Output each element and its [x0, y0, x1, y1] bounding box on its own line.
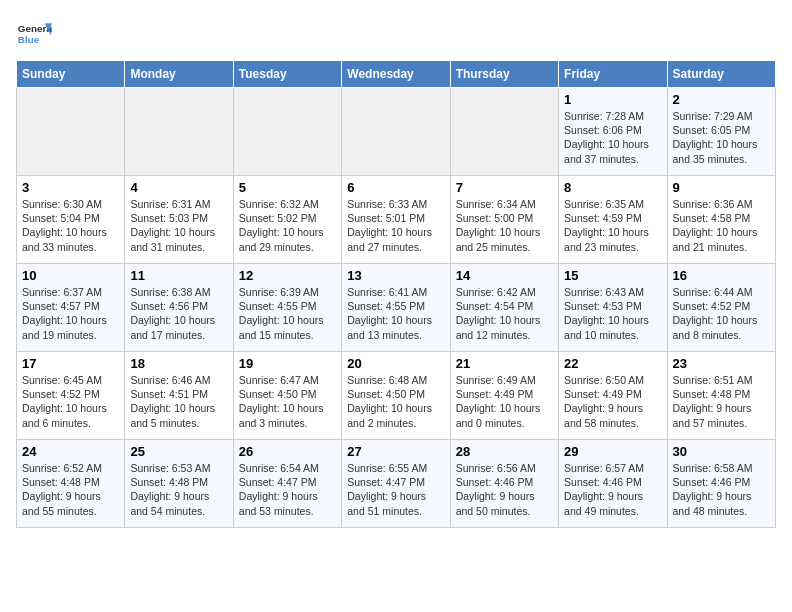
day-number: 17 — [22, 356, 119, 371]
day-number: 22 — [564, 356, 661, 371]
day-detail: Sunrise: 6:51 AM Sunset: 4:48 PM Dayligh… — [673, 373, 770, 430]
day-detail: Sunrise: 6:49 AM Sunset: 4:49 PM Dayligh… — [456, 373, 553, 430]
day-detail: Sunrise: 6:43 AM Sunset: 4:53 PM Dayligh… — [564, 285, 661, 342]
day-number: 24 — [22, 444, 119, 459]
day-number: 11 — [130, 268, 227, 283]
calendar-cell: 15Sunrise: 6:43 AM Sunset: 4:53 PM Dayli… — [559, 264, 667, 352]
day-detail: Sunrise: 6:57 AM Sunset: 4:46 PM Dayligh… — [564, 461, 661, 518]
calendar-cell: 9Sunrise: 6:36 AM Sunset: 4:58 PM Daylig… — [667, 176, 775, 264]
day-number: 30 — [673, 444, 770, 459]
calendar-table: SundayMondayTuesdayWednesdayThursdayFrid… — [16, 60, 776, 528]
day-number: 1 — [564, 92, 661, 107]
calendar-cell: 21Sunrise: 6:49 AM Sunset: 4:49 PM Dayli… — [450, 352, 558, 440]
day-of-week-sunday: Sunday — [17, 61, 125, 88]
calendar-cell: 16Sunrise: 6:44 AM Sunset: 4:52 PM Dayli… — [667, 264, 775, 352]
day-number: 7 — [456, 180, 553, 195]
day-number: 21 — [456, 356, 553, 371]
calendar-cell: 17Sunrise: 6:45 AM Sunset: 4:52 PM Dayli… — [17, 352, 125, 440]
calendar-cell: 20Sunrise: 6:48 AM Sunset: 4:50 PM Dayli… — [342, 352, 450, 440]
day-detail: Sunrise: 6:56 AM Sunset: 4:46 PM Dayligh… — [456, 461, 553, 518]
day-detail: Sunrise: 6:50 AM Sunset: 4:49 PM Dayligh… — [564, 373, 661, 430]
day-detail: Sunrise: 6:41 AM Sunset: 4:55 PM Dayligh… — [347, 285, 444, 342]
day-detail: Sunrise: 6:45 AM Sunset: 4:52 PM Dayligh… — [22, 373, 119, 430]
calendar-cell — [450, 88, 558, 176]
logo: General Blue — [16, 16, 52, 52]
calendar-cell: 27Sunrise: 6:55 AM Sunset: 4:47 PM Dayli… — [342, 440, 450, 528]
calendar-cell: 8Sunrise: 6:35 AM Sunset: 4:59 PM Daylig… — [559, 176, 667, 264]
calendar-cell — [125, 88, 233, 176]
calendar-cell: 24Sunrise: 6:52 AM Sunset: 4:48 PM Dayli… — [17, 440, 125, 528]
calendar-cell: 3Sunrise: 6:30 AM Sunset: 5:04 PM Daylig… — [17, 176, 125, 264]
day-number: 19 — [239, 356, 336, 371]
calendar-cell: 22Sunrise: 6:50 AM Sunset: 4:49 PM Dayli… — [559, 352, 667, 440]
day-detail: Sunrise: 6:39 AM Sunset: 4:55 PM Dayligh… — [239, 285, 336, 342]
page-header: General Blue — [16, 16, 776, 52]
day-number: 27 — [347, 444, 444, 459]
day-detail: Sunrise: 6:33 AM Sunset: 5:01 PM Dayligh… — [347, 197, 444, 254]
day-detail: Sunrise: 6:35 AM Sunset: 4:59 PM Dayligh… — [564, 197, 661, 254]
day-detail: Sunrise: 6:37 AM Sunset: 4:57 PM Dayligh… — [22, 285, 119, 342]
day-detail: Sunrise: 6:32 AM Sunset: 5:02 PM Dayligh… — [239, 197, 336, 254]
day-number: 23 — [673, 356, 770, 371]
calendar-cell: 11Sunrise: 6:38 AM Sunset: 4:56 PM Dayli… — [125, 264, 233, 352]
day-detail: Sunrise: 6:44 AM Sunset: 4:52 PM Dayligh… — [673, 285, 770, 342]
day-number: 8 — [564, 180, 661, 195]
day-of-week-saturday: Saturday — [667, 61, 775, 88]
calendar-header: SundayMondayTuesdayWednesdayThursdayFrid… — [17, 61, 776, 88]
day-number: 6 — [347, 180, 444, 195]
calendar-cell — [342, 88, 450, 176]
day-detail: Sunrise: 6:53 AM Sunset: 4:48 PM Dayligh… — [130, 461, 227, 518]
day-number: 26 — [239, 444, 336, 459]
day-number: 25 — [130, 444, 227, 459]
calendar-cell: 12Sunrise: 6:39 AM Sunset: 4:55 PM Dayli… — [233, 264, 341, 352]
calendar-cell: 7Sunrise: 6:34 AM Sunset: 5:00 PM Daylig… — [450, 176, 558, 264]
day-number: 9 — [673, 180, 770, 195]
day-detail: Sunrise: 6:30 AM Sunset: 5:04 PM Dayligh… — [22, 197, 119, 254]
day-detail: Sunrise: 6:52 AM Sunset: 4:48 PM Dayligh… — [22, 461, 119, 518]
calendar-cell: 26Sunrise: 6:54 AM Sunset: 4:47 PM Dayli… — [233, 440, 341, 528]
calendar-cell: 10Sunrise: 6:37 AM Sunset: 4:57 PM Dayli… — [17, 264, 125, 352]
calendar-cell: 18Sunrise: 6:46 AM Sunset: 4:51 PM Dayli… — [125, 352, 233, 440]
calendar-cell: 4Sunrise: 6:31 AM Sunset: 5:03 PM Daylig… — [125, 176, 233, 264]
calendar-cell: 6Sunrise: 6:33 AM Sunset: 5:01 PM Daylig… — [342, 176, 450, 264]
day-number: 16 — [673, 268, 770, 283]
day-number: 15 — [564, 268, 661, 283]
day-number: 5 — [239, 180, 336, 195]
day-detail: Sunrise: 6:46 AM Sunset: 4:51 PM Dayligh… — [130, 373, 227, 430]
calendar-cell: 19Sunrise: 6:47 AM Sunset: 4:50 PM Dayli… — [233, 352, 341, 440]
day-of-week-wednesday: Wednesday — [342, 61, 450, 88]
day-detail: Sunrise: 6:47 AM Sunset: 4:50 PM Dayligh… — [239, 373, 336, 430]
svg-text:Blue: Blue — [18, 34, 40, 45]
calendar-cell: 5Sunrise: 6:32 AM Sunset: 5:02 PM Daylig… — [233, 176, 341, 264]
day-detail: Sunrise: 6:42 AM Sunset: 4:54 PM Dayligh… — [456, 285, 553, 342]
day-number: 3 — [22, 180, 119, 195]
logo-icon: General Blue — [16, 16, 52, 52]
day-number: 29 — [564, 444, 661, 459]
calendar-cell — [233, 88, 341, 176]
day-detail: Sunrise: 6:54 AM Sunset: 4:47 PM Dayligh… — [239, 461, 336, 518]
calendar-cell: 13Sunrise: 6:41 AM Sunset: 4:55 PM Dayli… — [342, 264, 450, 352]
calendar-cell: 14Sunrise: 6:42 AM Sunset: 4:54 PM Dayli… — [450, 264, 558, 352]
day-detail: Sunrise: 6:38 AM Sunset: 4:56 PM Dayligh… — [130, 285, 227, 342]
calendar-cell: 23Sunrise: 6:51 AM Sunset: 4:48 PM Dayli… — [667, 352, 775, 440]
day-of-week-friday: Friday — [559, 61, 667, 88]
day-detail: Sunrise: 7:28 AM Sunset: 6:06 PM Dayligh… — [564, 109, 661, 166]
day-detail: Sunrise: 6:31 AM Sunset: 5:03 PM Dayligh… — [130, 197, 227, 254]
day-number: 4 — [130, 180, 227, 195]
calendar-cell: 2Sunrise: 7:29 AM Sunset: 6:05 PM Daylig… — [667, 88, 775, 176]
day-number: 10 — [22, 268, 119, 283]
calendar-cell — [17, 88, 125, 176]
day-of-week-tuesday: Tuesday — [233, 61, 341, 88]
day-of-week-thursday: Thursday — [450, 61, 558, 88]
calendar-cell: 29Sunrise: 6:57 AM Sunset: 4:46 PM Dayli… — [559, 440, 667, 528]
day-of-week-monday: Monday — [125, 61, 233, 88]
calendar-cell: 25Sunrise: 6:53 AM Sunset: 4:48 PM Dayli… — [125, 440, 233, 528]
day-detail: Sunrise: 6:58 AM Sunset: 4:46 PM Dayligh… — [673, 461, 770, 518]
calendar-cell: 1Sunrise: 7:28 AM Sunset: 6:06 PM Daylig… — [559, 88, 667, 176]
day-detail: Sunrise: 6:48 AM Sunset: 4:50 PM Dayligh… — [347, 373, 444, 430]
day-number: 2 — [673, 92, 770, 107]
day-detail: Sunrise: 6:34 AM Sunset: 5:00 PM Dayligh… — [456, 197, 553, 254]
calendar-cell: 28Sunrise: 6:56 AM Sunset: 4:46 PM Dayli… — [450, 440, 558, 528]
day-number: 12 — [239, 268, 336, 283]
day-number: 14 — [456, 268, 553, 283]
